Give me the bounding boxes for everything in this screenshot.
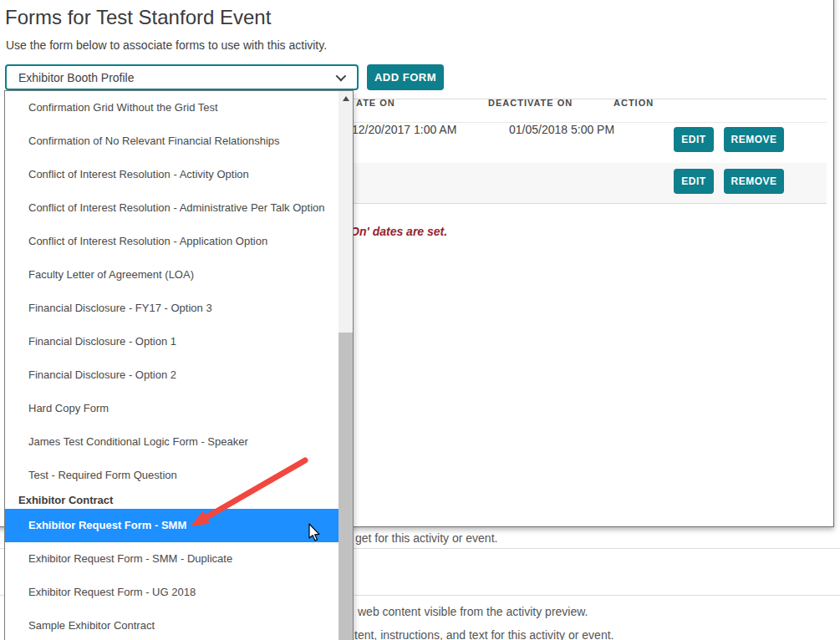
activate-on-value: 12/20/2017 1:00 AM <box>352 123 456 136</box>
triangle-up-icon <box>343 96 349 101</box>
dates-warning-note: On' dates are set. <box>350 225 447 238</box>
dropdown-option[interactable]: Conflict of Interest Resolution - Activi… <box>5 158 339 191</box>
dropdown-option[interactable]: Test - Required Form Question <box>5 459 339 492</box>
form-select-dropdown-list: Confirmation Grid Without the Grid Test … <box>4 90 354 640</box>
edit-button[interactable]: EDIT <box>674 127 714 152</box>
add-form-button[interactable]: ADD FORM <box>367 64 444 90</box>
dropdown-option[interactable]: Confirmation Grid Without the Grid Test <box>5 91 339 124</box>
form-select[interactable]: Exhibitor Booth Profile <box>5 64 359 90</box>
dropdown-option[interactable]: Hard Copy Form <box>5 392 339 425</box>
scrollbar-thumb[interactable] <box>339 333 353 640</box>
column-header-activate-on: ATE ON <box>356 98 395 108</box>
dropdown-option-highlighted[interactable]: Exhibitor Request Form - SMM <box>5 509 339 542</box>
scrollbar-up-arrow-button[interactable] <box>339 91 353 105</box>
background-row-text: web content visible from the activity pr… <box>358 605 588 618</box>
page-title: Forms for Test Stanford Event <box>5 6 271 29</box>
dropdown-option[interactable]: Faculty Letter of Agreement (LOA) <box>5 258 339 292</box>
dropdown-group-label: Exhibitor Contract <box>5 492 353 509</box>
dropdown-option[interactable]: Exhibitor Request Form - UG 2018 <box>5 576 339 609</box>
chevron-down-icon <box>336 71 347 82</box>
dropdown-option[interactable]: Financial Disclosure - Option 1 <box>5 325 339 358</box>
dropdown-option[interactable]: Confirmation of No Relevant Financial Re… <box>5 124 339 158</box>
dropdown-scrollbar[interactable] <box>339 91 353 640</box>
dropdown-option[interactable]: Conflict of Interest Resolution - Admini… <box>5 191 339 225</box>
column-header-action: ACTION <box>613 98 654 108</box>
remove-button[interactable]: REMOVE <box>724 127 784 152</box>
edit-button[interactable]: EDIT <box>674 169 714 194</box>
column-header-deactivate-on: DEACTIVATE ON <box>488 98 573 108</box>
dropdown-option[interactable]: Financial Disclosure - Option 2 <box>5 358 339 392</box>
deactivate-on-value: 01/05/2018 5:00 PM <box>509 123 614 136</box>
dropdown-option[interactable]: Exhibitor Request Form - SMM - Duplicate <box>5 542 339 576</box>
background-row-text: tent, instructions, and text for this ac… <box>354 628 613 640</box>
page-subtitle: Use the form below to associate forms to… <box>6 38 327 52</box>
dropdown-option[interactable]: Sample Exhibitor Contract <box>5 609 339 640</box>
dropdown-option[interactable]: Conflict of Interest Resolution - Applic… <box>5 225 339 258</box>
background-row-text: get for this activity or event. <box>355 531 497 545</box>
remove-button[interactable]: REMOVE <box>724 169 784 194</box>
dropdown-option[interactable]: Financial Disclosure - FY17 - Option 3 <box>5 292 339 325</box>
dropdown-option[interactable]: James Test Conditional Logic Form - Spea… <box>5 425 339 459</box>
screen: get for this activity or event. web cont… <box>0 0 840 640</box>
form-select-value: Exhibitor Booth Profile <box>18 71 135 84</box>
